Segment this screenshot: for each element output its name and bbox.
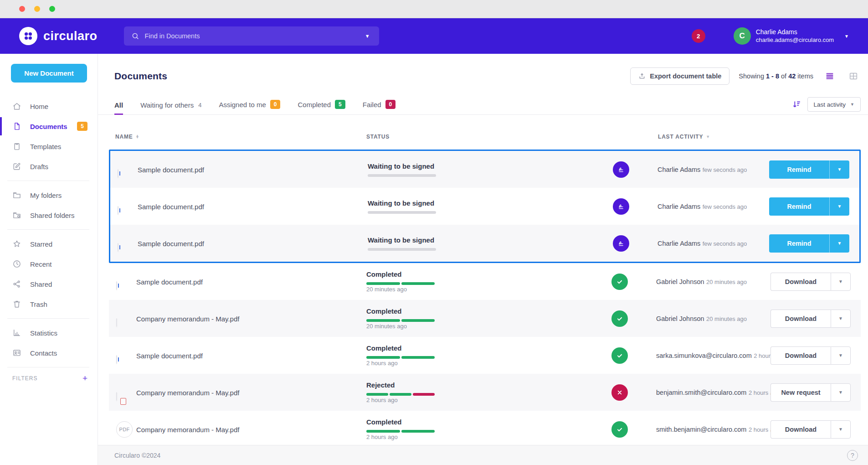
column-header-last-activity[interactable]: LAST ACTIVITY ▼	[658, 134, 710, 140]
status-time: 20 minutes ago	[366, 323, 407, 330]
table-row[interactable]: Company memorandum - May.pdf Completed 2…	[109, 300, 861, 337]
actor-name: Gabriel Johnson	[656, 278, 704, 285]
status-tabs: AllWaiting for others4Assigned to me0Com…	[98, 97, 868, 115]
row-action-dropdown[interactable]: ▼	[831, 383, 851, 402]
row-action-button[interactable]: New request	[770, 383, 831, 402]
status-label: Completed	[366, 270, 402, 278]
status-cell: Completed 20 minutes ago	[366, 270, 451, 293]
status-label: Waiting to be signed	[368, 236, 434, 244]
export-document-table-button[interactable]: Export document table	[630, 67, 729, 85]
sidebar-count-badge: 5	[77, 122, 87, 131]
sort-direction-icon[interactable]	[791, 99, 801, 109]
table-row[interactable]: Sample document.pdf Completed 20 minutes…	[109, 263, 861, 300]
row-action-dropdown[interactable]: ▼	[831, 273, 851, 291]
sidebar-item-statistics[interactable]: Statistics	[0, 323, 98, 343]
row-action-button[interactable]: Remind	[769, 234, 829, 253]
document-name[interactable]: Company memorandum - May.pdf	[136, 388, 239, 396]
document-name[interactable]: Sample document.pdf	[138, 202, 204, 210]
row-action-dropdown[interactable]: ▼	[829, 160, 849, 179]
user-name: Charlie Adams	[756, 28, 834, 36]
document-name[interactable]: Sample document.pdf	[136, 278, 203, 285]
contacts-icon	[12, 348, 21, 357]
row-action-dropdown[interactable]: ▼	[829, 197, 849, 216]
table-row[interactable]: Sample document.pdf Waiting to be signed…	[110, 225, 859, 262]
sidebar-item-contacts[interactable]: Contacts	[0, 343, 98, 363]
row-action: Remind ▼	[769, 234, 849, 253]
actor-name: sarka.simunkova@circularo.com	[656, 352, 752, 359]
share-icon	[12, 279, 21, 289]
sidebar-item-shared[interactable]: Shared	[0, 274, 98, 294]
divider	[7, 367, 89, 367]
trash-icon	[12, 300, 21, 309]
tab-completed[interactable]: Completed5	[298, 100, 345, 114]
sidebar-item-label: Starred	[30, 240, 52, 248]
table-row[interactable]: Company memorandum - May.pdf Rejected 2 …	[109, 374, 861, 411]
close-button[interactable]	[19, 6, 25, 12]
row-action-button[interactable]: Remind	[769, 197, 829, 216]
document-name[interactable]: Company memorandum - May.pdf	[136, 425, 239, 433]
maximize-button[interactable]	[49, 6, 55, 12]
row-action-button[interactable]: Download	[770, 273, 831, 291]
chart-icon	[12, 328, 21, 337]
table-row[interactable]: PDF Company memorandum - May.pdf Complet…	[109, 411, 861, 448]
row-action: New request ▼	[770, 383, 851, 402]
notification-badge[interactable]: 2	[692, 29, 705, 43]
tab-assigned-to-me[interactable]: Assigned to me0	[219, 100, 280, 114]
add-filter-button[interactable]: +	[82, 374, 87, 382]
sidebar-item-trash[interactable]: Trash	[0, 294, 98, 314]
row-action-dropdown[interactable]: ▼	[831, 420, 851, 439]
tab-all[interactable]: All	[114, 101, 123, 114]
sidebar-item-recent[interactable]: Recent	[0, 254, 98, 274]
list-view-button[interactable]	[822, 69, 837, 83]
row-action-button[interactable]: Download	[770, 420, 831, 439]
sidebar-item-my-folders[interactable]: My folders	[0, 185, 98, 205]
divider	[7, 229, 89, 230]
document-name[interactable]: Sample document.pdf	[138, 239, 204, 247]
help-button[interactable]: ?	[847, 450, 858, 461]
sidebar-item-shared-folders[interactable]: Shared folders	[0, 205, 98, 225]
search-scope-caret-icon[interactable]: ▼	[363, 31, 372, 41]
column-header-name[interactable]: NAME ▲▼	[115, 134, 139, 140]
pencil-icon	[12, 162, 21, 171]
row-action-dropdown[interactable]: ▼	[831, 310, 851, 328]
document-name[interactable]: Company memorandum - May.pdf	[136, 315, 239, 322]
list-view-icon	[824, 71, 835, 81]
sort-by-dropdown[interactable]: Last activity ▼	[807, 97, 861, 112]
tab-label: Failed	[363, 101, 381, 108]
user-menu-caret-icon: ▼	[844, 34, 849, 39]
sidebar-item-documents[interactable]: Documents5	[0, 116, 98, 136]
row-action-dropdown[interactable]: ▼	[829, 234, 849, 253]
sidebar-item-home[interactable]: Home	[0, 96, 98, 116]
sidebar-item-drafts[interactable]: Drafts	[0, 156, 98, 176]
tab-label: All	[114, 101, 123, 109]
document-name[interactable]: Sample document.pdf	[136, 351, 203, 359]
search-input[interactable]	[145, 32, 363, 40]
row-action-button[interactable]: Remind	[769, 160, 829, 179]
document-icon	[12, 122, 21, 131]
status-cell: Waiting to be signed	[368, 199, 452, 214]
row-action-button[interactable]: Download	[770, 346, 831, 365]
progress-segment	[401, 319, 435, 322]
row-action-button[interactable]: Download	[770, 310, 831, 328]
export-icon	[638, 72, 646, 80]
table-row[interactable]: Sample document.pdf Waiting to be signed…	[110, 151, 859, 188]
row-action-dropdown[interactable]: ▼	[831, 346, 851, 365]
table-row[interactable]: Sample document.pdf Waiting to be signed…	[110, 188, 859, 225]
tab-failed[interactable]: Failed0	[363, 100, 396, 114]
tab-waiting-for-others[interactable]: Waiting for others4	[140, 101, 201, 114]
minimize-button[interactable]	[34, 6, 40, 12]
document-search[interactable]: ▼	[124, 26, 379, 46]
document-name[interactable]: Sample document.pdf	[138, 165, 204, 173]
grid-view-button[interactable]	[846, 69, 861, 83]
tab-label: Waiting for others	[140, 101, 194, 109]
progress-segment	[401, 356, 435, 359]
sidebar-item-starred[interactable]: Starred	[0, 234, 98, 254]
last-activity-cell: smith.benjamin@circularo.com 2 hours ago	[656, 425, 780, 434]
table-row[interactable]: Sample document.pdf Completed 2 hours ag…	[109, 337, 861, 374]
sidebar-item-label: My folders	[30, 191, 62, 199]
user-menu[interactable]: C Charlie Adams charlie.adams@circularo.…	[734, 27, 849, 45]
new-document-button[interactable]: New Document	[11, 64, 87, 83]
sidebar-item-label: Home	[30, 103, 48, 110]
progress-segment	[368, 211, 436, 214]
sidebar-item-templates[interactable]: Templates	[0, 136, 98, 156]
